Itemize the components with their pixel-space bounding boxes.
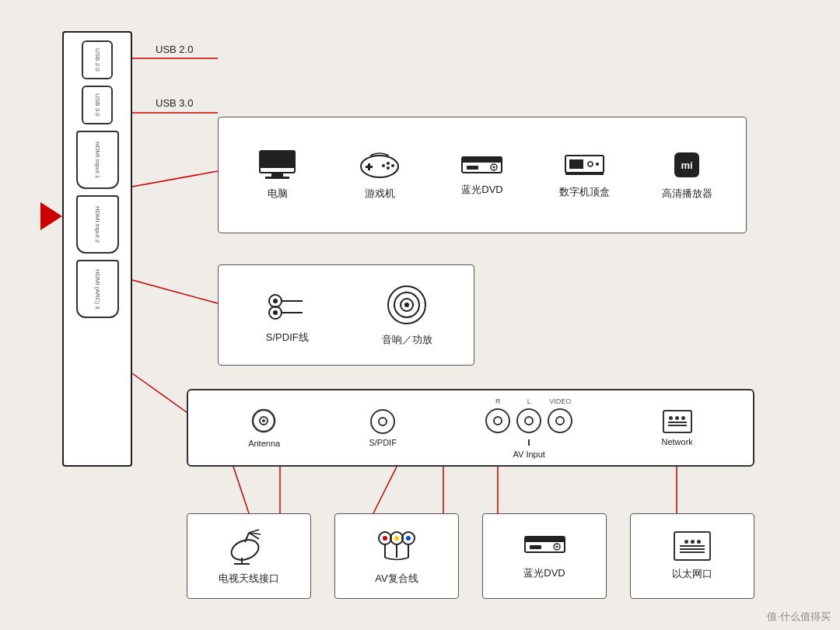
hdmi1-port-label: HDMI Input 1 — [94, 142, 101, 178]
av-r-label: R — [495, 397, 501, 405]
av-l-port: L — [516, 397, 541, 433]
svg-line-10 — [233, 467, 249, 513]
svg-line-3 — [132, 280, 218, 303]
svg-rect-14 — [265, 177, 289, 179]
usb30-port: USB 3.0 — [82, 86, 113, 124]
net-line-2 — [668, 425, 687, 426]
speaker-icon — [386, 284, 429, 327]
ethernet-label: 以太网口 — [672, 567, 712, 581]
svg-point-18 — [387, 162, 390, 165]
usb30-port-label: USB 3.0 — [94, 93, 101, 117]
bluray-icon — [460, 153, 503, 177]
hdmi3-port: HDMI (ARC) 3 — [76, 260, 119, 318]
eth-dot-3 — [697, 540, 701, 544]
network-port: Network — [661, 410, 692, 446]
av-input-label: AV Input — [513, 450, 544, 459]
network-port-icon — [663, 410, 692, 433]
svg-text:mi: mi — [681, 159, 693, 171]
usb20-port-label: USB 2.0 — [94, 48, 101, 72]
svg-point-20 — [387, 166, 390, 170]
audio-box: S/PDIF线 音响／功放 — [218, 264, 474, 366]
net-line — [668, 422, 687, 423]
av-video-port: VIDEO — [548, 397, 572, 433]
svg-rect-23 — [462, 157, 502, 163]
svg-point-29 — [588, 162, 593, 166]
svg-rect-24 — [467, 166, 478, 170]
svg-rect-17 — [366, 166, 373, 168]
av-video-inner — [555, 416, 565, 425]
svg-point-67 — [555, 545, 558, 548]
usb20-label: USB 2.0 — [156, 44, 193, 55]
spdif-port: S/PDIF — [369, 409, 396, 447]
gamepad-icon — [359, 149, 401, 180]
network-label: Network — [661, 437, 692, 446]
gamepad-label: 游戏机 — [365, 187, 395, 201]
av-bracket — [528, 439, 530, 446]
av-ports-row: R L VIDEO — [485, 397, 572, 433]
av-video-port-icon — [548, 408, 572, 433]
svg-point-61 — [406, 536, 411, 541]
usb20-port: USB 2.0 — [82, 40, 113, 79]
spdif-cable-icon — [260, 285, 314, 324]
svg-line-4 — [132, 373, 187, 412]
eth-dot-1 — [684, 540, 688, 544]
spdif-port-label: S/PDIF — [369, 438, 396, 447]
svg-rect-31 — [565, 173, 604, 175]
net-dot-1 — [669, 416, 673, 420]
hdplayer-label: 高清播放器 — [662, 187, 712, 201]
bluray-bottom-icon — [523, 533, 566, 560]
device-hdplayer: mi 高清播放器 — [644, 149, 730, 201]
svg-point-21 — [382, 164, 385, 167]
svg-point-55 — [383, 536, 387, 541]
antenna-port-icon — [250, 408, 278, 435]
av-cable-icon — [373, 527, 420, 565]
svg-point-30 — [596, 163, 599, 166]
svg-point-38 — [273, 310, 278, 315]
svg-point-19 — [391, 164, 394, 167]
av-cable-label: AV复合线 — [375, 572, 418, 586]
hdmi2-port-label: HDMI Input 2 — [94, 206, 101, 243]
svg-line-6 — [373, 467, 397, 513]
av-l-port-icon — [516, 408, 541, 433]
av-video-label: VIDEO — [549, 397, 571, 405]
antenna-port: Antenna — [248, 408, 280, 448]
settopbox-icon — [563, 152, 606, 179]
eth-dot-2 — [691, 540, 695, 544]
av-l-label: L — [527, 397, 531, 405]
spdif-cable-label: S/PDIF线 — [266, 331, 309, 345]
red-arrow-indicator — [40, 202, 62, 230]
av-r-port-icon — [485, 408, 510, 433]
audio-speaker: 音响／功放 — [382, 284, 432, 347]
hdmi1-port: HDMI Input 1 — [76, 131, 119, 189]
svg-rect-13 — [271, 173, 283, 177]
svg-rect-12 — [260, 151, 295, 168]
device-gamepad: 游戏机 — [337, 149, 422, 201]
ports-panel: USB 2.0 USB 3.0 HDMI Input 1 HDMI Input … — [62, 31, 132, 467]
eth-dots — [684, 540, 701, 544]
svg-rect-64 — [525, 537, 565, 542]
hdmi2-port: HDMI Input 2 — [76, 195, 119, 254]
hdplayer-icon: mi — [671, 149, 702, 180]
av-r-port: R — [485, 397, 510, 433]
net-dot-3 — [681, 416, 685, 420]
device-pc: 电脑 — [235, 149, 320, 201]
svg-point-58 — [394, 536, 399, 541]
av-input-group: R L VIDEO — [485, 397, 572, 459]
antenna-label: Antenna — [248, 439, 280, 448]
devices-box: 电脑 游戏机 蓝光DVD — [218, 117, 747, 233]
svg-point-46 — [262, 419, 265, 422]
satellite-dish-icon — [228, 527, 271, 565]
svg-point-26 — [493, 166, 495, 169]
back-panel: Antenna S/PDIF R L — [187, 389, 754, 467]
pc-icon — [256, 149, 299, 180]
device-settopbox: 数字机顶盒 — [542, 152, 628, 199]
eth-line-3 — [680, 551, 705, 553]
bottom-box-ethernet: 以太网口 — [630, 513, 754, 599]
bottom-boxes: 电视天线接口 AV复合线 — [187, 513, 754, 599]
device-bluray: 蓝光DVD — [439, 153, 525, 197]
bottom-box-av: AV复合线 — [334, 513, 459, 599]
usb30-label: USB 3.0 — [156, 97, 193, 109]
spdif-port-icon — [370, 409, 395, 434]
svg-line-49 — [249, 530, 259, 533]
antenna-box-label: 电视天线接口 — [219, 572, 279, 586]
